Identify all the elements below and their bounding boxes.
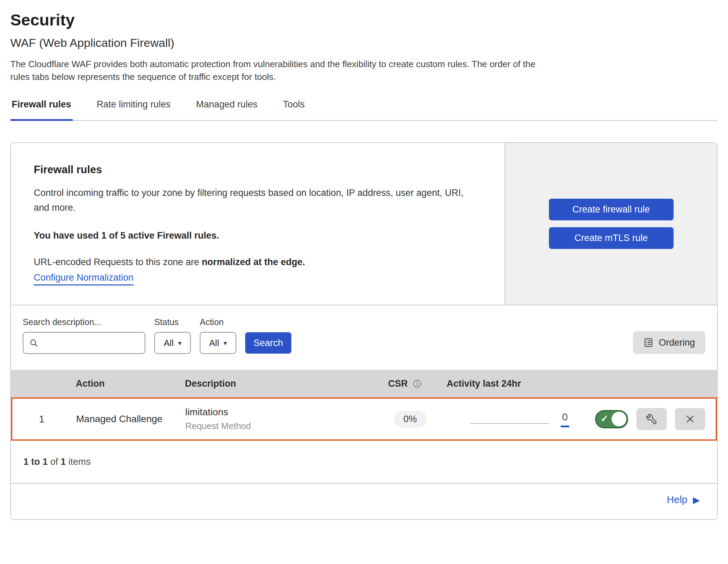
delete-rule-button[interactable] — [675, 408, 705, 430]
status-label: Status — [154, 317, 191, 327]
filter-bar: Search description... Status — [11, 305, 717, 370]
search-button[interactable]: Search — [245, 332, 291, 354]
csr-header-label: CSR — [388, 378, 408, 389]
table-footer: 1 to 1 of 1 items — [11, 441, 717, 484]
search-filter-group: Search description... — [23, 317, 145, 354]
chevron-down-icon: ▾ — [178, 340, 181, 346]
security-waf-page: Security WAF (Web Application Firewall) … — [0, 0, 728, 520]
status-filter-group: Status All ▾ — [154, 317, 191, 354]
ordering-list-icon — [643, 337, 654, 348]
help-label: Help — [667, 494, 687, 505]
table-row: 1 Managed Challenge limitations Request … — [11, 397, 717, 441]
csr-badge: 0% — [394, 411, 426, 428]
rule-activity-cell: 0 — [448, 411, 594, 427]
action-label: Action — [200, 317, 236, 327]
search-box — [23, 332, 145, 354]
edit-rule-button[interactable] — [636, 408, 667, 430]
rule-priority: 1 — [12, 414, 71, 425]
close-icon — [685, 414, 695, 424]
create-mtls-rule-button[interactable]: Create mTLS rule — [549, 227, 674, 249]
configure-normalization-link[interactable]: Configure Normalization — [34, 272, 134, 285]
search-input[interactable] — [43, 338, 139, 348]
items-text: items — [66, 457, 91, 467]
rule-enabled-toggle[interactable]: ✓ — [595, 410, 628, 428]
rule-description-expression: Request Method — [185, 421, 379, 431]
tab-firewall-rules[interactable]: Firewall rules — [10, 99, 73, 121]
of-text: of — [48, 457, 61, 467]
action-filter-group: Action All ▾ — [200, 317, 236, 354]
action-select[interactable]: All ▾ — [200, 332, 236, 354]
search-icon — [29, 338, 39, 348]
filter-controls: Search description... Status — [23, 317, 291, 354]
rule-description: limitations — [185, 407, 379, 418]
action-column-header: Action — [70, 378, 180, 389]
rule-action: Managed Challenge — [71, 414, 181, 425]
csr-column-header: CSR — [378, 378, 447, 389]
firewall-rules-info: Firewall rules Control incoming traffic … — [11, 143, 505, 305]
info-icon[interactable] — [413, 379, 422, 388]
help-row: Help ▶ — [11, 484, 717, 519]
table-header: Action Description CSR Activity last 24h… — [11, 370, 717, 397]
ordering-button[interactable]: Ordering — [633, 331, 705, 354]
arrow-right-icon: ▶ — [693, 495, 700, 504]
rule-description-cell: limitations Request Method — [181, 407, 379, 431]
page-description: The Cloudflare WAF provides both automat… — [10, 58, 542, 83]
description-column-header: Description — [180, 378, 378, 389]
actions-panel: Create firewall rule Create mTLS rule — [505, 143, 717, 305]
tab-managed-rules[interactable]: Managed rules — [195, 99, 259, 120]
status-select[interactable]: All ▾ — [154, 332, 191, 354]
items-total: 1 — [61, 457, 66, 467]
activity-column-header: Activity last 24hr — [447, 378, 593, 389]
card-heading: Firewall rules — [34, 164, 482, 176]
chevron-down-icon: ▾ — [223, 340, 227, 346]
wrench-icon — [646, 414, 657, 424]
create-firewall-rule-button[interactable]: Create firewall rule — [549, 199, 674, 220]
page-subtitle: WAF (Web Application Firewall) — [10, 36, 718, 50]
normalization-text: URL-encoded Requests to this zone are no… — [34, 257, 482, 268]
activity-count-link[interactable]: 0 — [561, 411, 569, 427]
help-link[interactable]: Help ▶ — [667, 494, 700, 505]
items-range: 1 to 1 — [23, 457, 48, 467]
activity-sparkline — [470, 423, 549, 424]
normalization-text-regular: URL-encoded Requests to this zone are — [34, 257, 202, 267]
toggle-knob — [612, 412, 626, 427]
normalization-text-bold: normalized at the edge. — [202, 257, 305, 267]
usage-text: You have used 1 of 5 active Firewall rul… — [34, 230, 482, 241]
page-title: Security — [10, 10, 718, 29]
waf-tabs: Firewall rules Rate limiting rules Manag… — [10, 99, 718, 121]
action-select-value: All — [209, 338, 219, 348]
card-top-section: Firewall rules Control incoming traffic … — [11, 143, 717, 305]
tab-tools[interactable]: Tools — [282, 99, 306, 120]
card-description: Control incoming traffic to your zone by… — [34, 186, 464, 215]
tab-rate-limiting-rules[interactable]: Rate limiting rules — [95, 99, 172, 120]
ordering-button-label: Ordering — [659, 337, 695, 348]
check-icon: ✓ — [601, 414, 609, 425]
status-select-value: All — [164, 338, 174, 348]
search-label: Search description... — [23, 317, 145, 327]
rule-controls: ✓ — [594, 408, 716, 430]
rule-csr-cell: 0% — [379, 411, 448, 428]
firewall-rules-card: Firewall rules Control incoming traffic … — [10, 142, 718, 520]
